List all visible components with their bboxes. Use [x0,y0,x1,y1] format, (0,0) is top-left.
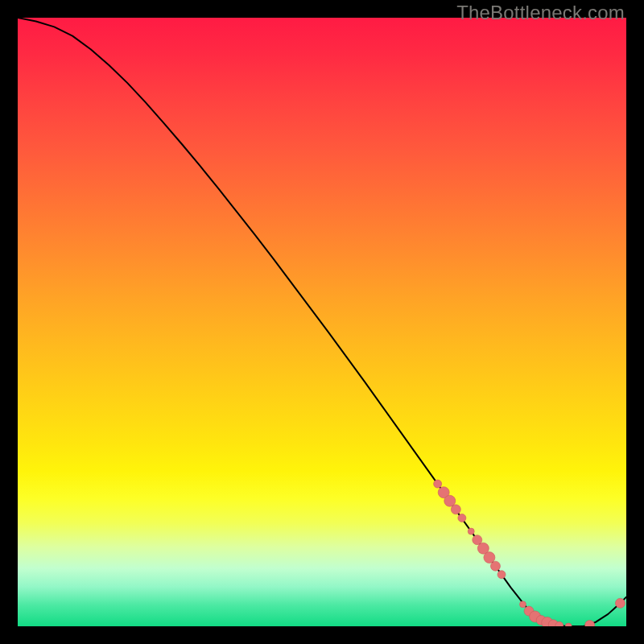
svg-rect-0 [18,18,626,626]
attribution-label: TheBottleneck.com [456,2,625,24]
plot-area [18,18,626,626]
chart-canvas: TheBottleneck.com [0,0,644,644]
gradient-background [18,18,626,626]
